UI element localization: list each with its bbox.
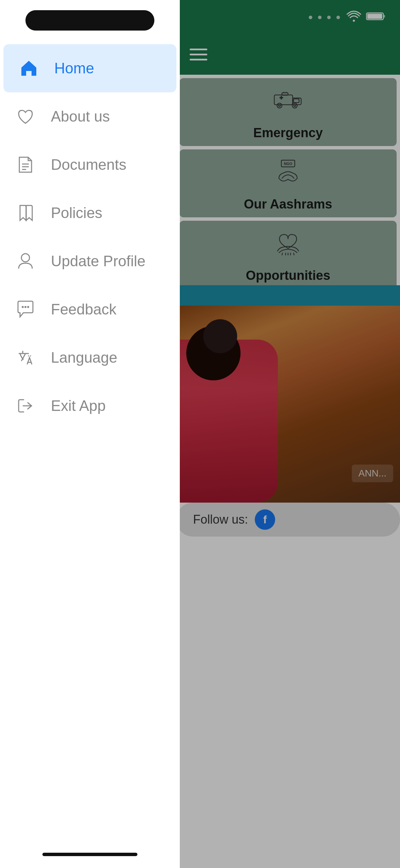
feedback-label: Feedback [51,301,116,318]
sidebar-item-documents[interactable]: Documents [0,141,180,189]
svg-line-33 [28,356,29,356]
side-drawer: Home About us Documents [0,0,180,868]
exit-icon [14,394,37,418]
sidebar-item-home[interactable]: Home [3,44,176,92]
sidebar-item-about[interactable]: About us [0,92,180,141]
sidebar-item-feedback[interactable]: Feedback [0,285,180,333]
nav-list: Home About us Documents [0,41,180,841]
home-bar [42,853,137,856]
svg-point-26 [21,254,30,262]
home-indicator [0,841,180,868]
svg-line-34 [30,356,31,356]
home-label: Home [54,60,94,77]
sidebar-item-profile[interactable]: Update Profile [0,237,180,285]
phone-notch [25,10,154,31]
svg-point-29 [27,306,29,308]
svg-point-27 [22,306,24,308]
language-label: Language [51,349,117,366]
heart-icon [14,105,37,128]
svg-point-28 [24,306,26,308]
about-label: About us [51,108,110,125]
phone-top-area [0,0,180,41]
home-icon [17,56,41,80]
chat-icon [14,297,37,321]
bookmark-icon [14,201,37,225]
update-profile-label: Update Profile [51,253,146,270]
sidebar-item-language[interactable]: Language [0,333,180,382]
sidebar-item-policies[interactable]: Policies [0,189,180,237]
document-icon [14,153,37,177]
person-icon [14,249,37,273]
language-icon [14,346,37,369]
policies-label: Policies [51,204,102,221]
exit-label: Exit App [51,397,106,414]
sidebar-item-exit[interactable]: Exit App [0,382,180,430]
documents-label: Documents [51,156,127,173]
